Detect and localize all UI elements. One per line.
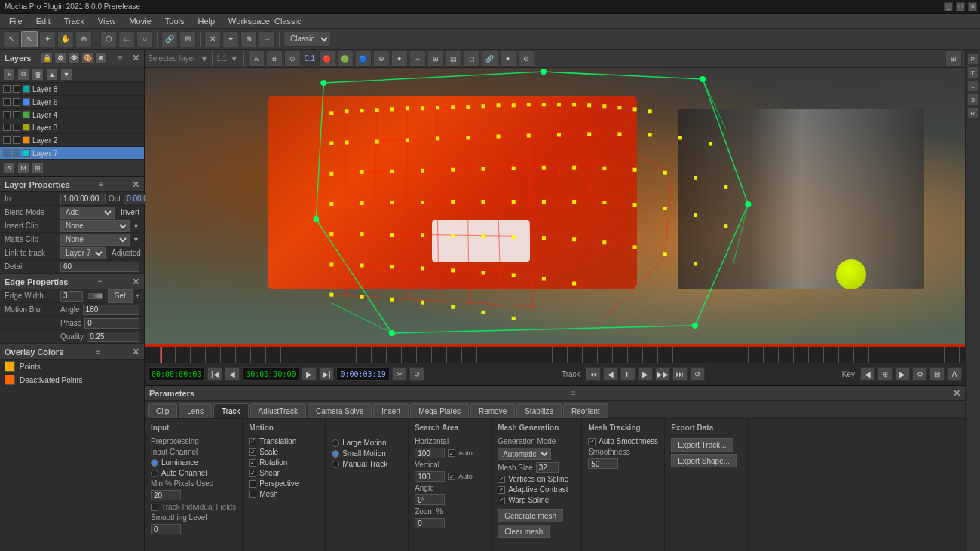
layer-3-visible[interactable] <box>3 124 11 131</box>
stars-btn[interactable]: ✦ <box>222 31 239 47</box>
layer-3-lock[interactable] <box>13 124 20 131</box>
vp-view-btn-1[interactable]: 🔴 <box>319 51 335 67</box>
edge-props-close[interactable]: ✕ <box>132 277 139 287</box>
key-extra-2[interactable]: A <box>947 367 962 381</box>
layer-7-visible[interactable] <box>3 149 11 157</box>
smoothness-input[interactable] <box>588 458 618 469</box>
vp-zoom-down[interactable]: ▼ <box>230 54 238 63</box>
points-color-swatch[interactable] <box>5 361 15 372</box>
luminance-radio[interactable] <box>151 459 158 467</box>
link-track-dropdown[interactable]: Layer 7 <box>60 247 106 259</box>
layers-close[interactable]: ✕ <box>132 53 139 63</box>
layer-props-minimize[interactable]: ≡ <box>99 180 103 188</box>
grid-btn[interactable]: ⊞ <box>179 31 196 47</box>
vp-btn-2[interactable]: B <box>266 51 283 67</box>
blend-mode-dropdown[interactable]: Add <box>60 207 115 219</box>
menu-edit[interactable]: Edit <box>30 14 57 29</box>
tab-camera-solve[interactable]: Camera Solve <box>308 403 372 418</box>
pointer-tool-btn[interactable]: ↖ <box>21 31 38 47</box>
layer-6-lock[interactable] <box>13 98 20 106</box>
auto-channel-radio[interactable] <box>151 470 158 477</box>
edge-width-slider[interactable] <box>88 293 103 299</box>
layer-2-lock[interactable] <box>13 136 20 144</box>
vertical-input[interactable] <box>415 471 445 482</box>
vp-btn-1[interactable]: A <box>248 51 265 67</box>
menu-track[interactable]: Track <box>58 14 90 29</box>
tab-insert[interactable]: Insert <box>373 403 409 418</box>
smoothing-value-input[interactable] <box>151 524 181 534</box>
translation-checkbox[interactable] <box>249 438 256 445</box>
tc-loop-btn[interactable]: ↺ <box>409 367 424 381</box>
angle-input[interactable] <box>83 305 139 315</box>
params-minimize[interactable]: ≡ <box>571 389 576 397</box>
mute-btn[interactable]: M <box>17 162 29 174</box>
vp-view-btn-10[interactable]: 🔗 <box>482 51 498 67</box>
zoom-pct-input[interactable] <box>415 518 445 528</box>
rotation-checkbox[interactable] <box>249 459 256 467</box>
layer-6-visible[interactable] <box>3 98 11 106</box>
shear-checkbox[interactable] <box>249 470 256 477</box>
tab-remove[interactable]: Remove <box>470 403 515 418</box>
move-down-btn[interactable]: ▼ <box>60 69 72 81</box>
menu-help[interactable]: Help <box>191 14 221 29</box>
canvas-area[interactable] <box>145 68 965 344</box>
insert-clip-dropdown[interactable]: None <box>60 220 130 232</box>
layer-4-lock[interactable] <box>13 111 20 118</box>
arrow-btn[interactable]: → <box>259 31 275 47</box>
vp-view-btn-5[interactable]: ✦ <box>391 51 408 67</box>
vp-view-btn-11[interactable]: ✦ <box>500 51 516 67</box>
menu-tools[interactable]: Tools <box>159 14 191 29</box>
sidebar-btn-2[interactable]: T <box>967 66 979 78</box>
export-track-btn[interactable]: Export Track... <box>671 438 733 452</box>
layer-color-btn[interactable]: 🎨 <box>81 52 93 64</box>
layer-props-close[interactable]: ✕ <box>132 179 139 190</box>
phase-input[interactable] <box>84 318 139 329</box>
sidebar-btn-3[interactable]: L <box>967 80 979 92</box>
add-layer-btn[interactable]: + <box>3 69 15 81</box>
edge-width-set-btn[interactable]: Set <box>108 289 133 303</box>
solo-btn[interactable]: S <box>3 162 15 174</box>
matte-clip-dropdown[interactable]: None <box>60 234 130 246</box>
tab-adjusttrack[interactable]: AdjustTrack <box>250 403 306 418</box>
menu-workspace[interactable]: Workspace: Classic <box>222 14 307 29</box>
manual-track-radio[interactable] <box>332 461 339 468</box>
track-fields-checkbox[interactable] <box>151 504 158 511</box>
menu-file[interactable]: File <box>3 14 29 29</box>
layer-link-btn[interactable]: ⊕ <box>95 52 107 64</box>
perspective-checkbox[interactable] <box>249 480 256 488</box>
workspace-dropdown[interactable]: Classic <box>283 32 331 47</box>
adaptive-contrast-checkbox[interactable] <box>498 486 505 494</box>
move-up-btn[interactable]: ▲ <box>46 69 58 81</box>
layer-2-visible[interactable] <box>3 136 11 144</box>
key-next[interactable]: ▶ <box>895 367 910 381</box>
matte-clip-expand[interactable]: ▼ <box>133 236 139 243</box>
quality-input[interactable] <box>87 332 139 342</box>
tc-next-frame[interactable]: ▶| <box>319 367 334 381</box>
key-prev[interactable]: ◀ <box>860 367 875 381</box>
edge-props-minimize[interactable]: ≡ <box>98 277 103 286</box>
layer-row-4[interactable]: Layer 4 <box>0 109 144 121</box>
tab-stabilize[interactable]: Stabilize <box>516 403 562 418</box>
auto-smoothness-checkbox[interactable] <box>588 438 596 445</box>
link-btn[interactable]: 🔗 <box>161 31 178 47</box>
min-value-input[interactable] <box>151 490 181 500</box>
delete-layer-btn[interactable]: 🗑 <box>32 69 44 81</box>
mesh-checkbox[interactable] <box>249 491 256 498</box>
gen-mode-dropdown[interactable]: Automatic <box>498 448 551 460</box>
vp-view-btn-8[interactable]: ▤ <box>446 51 462 67</box>
layer-row-7[interactable]: Layer 7 <box>0 147 144 160</box>
vp-expand-btn[interactable]: ⊞ <box>945 51 962 67</box>
track-prev[interactable]: ⏮ <box>586 367 601 381</box>
auto-h-checkbox[interactable] <box>448 449 455 457</box>
overlay-minimize[interactable]: ≡ <box>96 347 100 356</box>
edge-width-input[interactable] <box>60 291 83 302</box>
pan-tool-btn[interactable]: ✋ <box>57 31 74 47</box>
vp-opacity-btn[interactable]: ⊙ <box>284 51 301 67</box>
menu-view[interactable]: View <box>92 14 122 29</box>
duplicate-layer-btn[interactable]: ⧉ <box>17 69 29 81</box>
vp-view-btn-9[interactable]: ◻ <box>464 51 480 67</box>
large-motion-radio[interactable] <box>332 439 339 447</box>
layer-7-lock[interactable] <box>13 149 20 157</box>
create-spline-btn[interactable]: ⬡ <box>100 31 117 47</box>
layer-eye-btn[interactable]: 👁 <box>68 52 80 64</box>
